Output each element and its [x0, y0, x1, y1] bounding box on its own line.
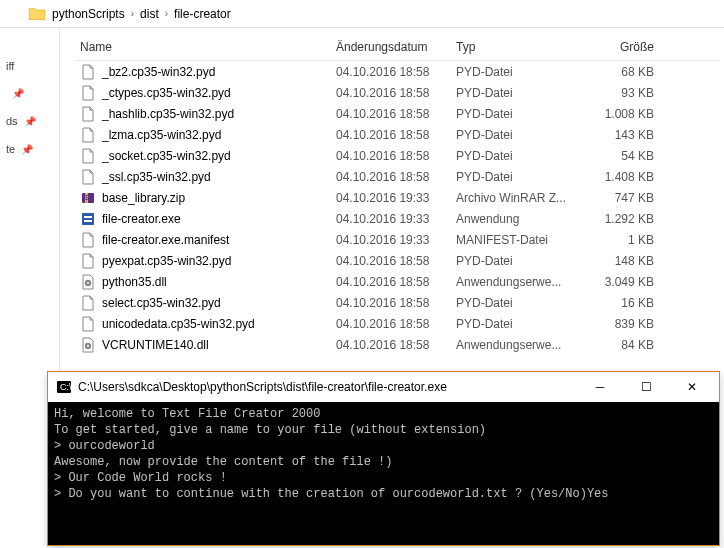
file-icon	[80, 106, 96, 122]
file-icon	[80, 253, 96, 269]
minimize-button[interactable]: ─	[577, 373, 623, 402]
file-name: _lzma.cp35-win32.pyd	[102, 128, 221, 142]
file-list: _bz2.cp35-win32.pyd04.10.2016 18:58PYD-D…	[76, 61, 720, 355]
file-name: _hashlib.cp35-win32.pyd	[102, 107, 234, 121]
file-icon	[80, 148, 96, 164]
breadcrumb-item[interactable]: dist	[140, 7, 159, 21]
file-icon	[80, 295, 96, 311]
file-icon	[80, 169, 96, 185]
column-header-type[interactable]: Typ	[456, 34, 576, 60]
file-name: pyexpat.cp35-win32.pyd	[102, 254, 231, 268]
close-button[interactable]: ✕	[669, 373, 715, 402]
exe-icon	[80, 211, 96, 227]
file-name: VCRUNTIME140.dll	[102, 338, 209, 352]
console-window: C:\ C:\Users\sdkca\Desktop\pythonScripts…	[47, 371, 720, 546]
file-name: python35.dll	[102, 275, 167, 289]
folder-icon	[28, 5, 46, 23]
file-name: file-creator.exe.manifest	[102, 233, 229, 247]
file-icon	[80, 85, 96, 101]
chevron-right-icon: ›	[131, 8, 134, 19]
console-output[interactable]: Hi, welcome to Text File Creator 2000 To…	[48, 402, 719, 545]
file-date: 04.10.2016 18:58	[336, 332, 456, 358]
sidebar-item-label: ds	[6, 115, 18, 127]
pin-icon: 📌	[24, 116, 36, 127]
breadcrumb-item[interactable]: pythonScripts	[52, 7, 125, 21]
file-name: base_library.zip	[102, 191, 185, 205]
console-titlebar[interactable]: C:\ C:\Users\sdkca\Desktop\pythonScripts…	[48, 372, 719, 402]
file-name: _ssl.cp35-win32.pyd	[102, 170, 211, 184]
chevron-right-icon: ›	[165, 8, 168, 19]
file-icon	[80, 232, 96, 248]
sidebar-item[interactable]: te 📌	[0, 135, 59, 163]
breadcrumb[interactable]: pythonScripts › dist › file-creator	[0, 0, 724, 28]
console-title: C:\Users\sdkca\Desktop\pythonScripts\dis…	[78, 380, 577, 394]
file-icon	[80, 64, 96, 80]
file-name: file-creator.exe	[102, 212, 181, 226]
svg-text:C:\: C:\	[60, 382, 72, 392]
file-name: select.cp35-win32.pyd	[102, 296, 221, 310]
file-type: Anwendungserwe...	[456, 332, 576, 358]
sidebar-item-label: iff	[6, 60, 14, 72]
console-icon: C:\	[56, 379, 72, 395]
dll-icon	[80, 337, 96, 353]
file-name: _bz2.cp35-win32.pyd	[102, 65, 215, 79]
sidebar-item[interactable]: ds 📌	[0, 107, 59, 135]
column-header-name[interactable]: Name	[76, 34, 336, 60]
maximize-button[interactable]: ☐	[623, 373, 669, 402]
breadcrumb-item[interactable]: file-creator	[174, 7, 231, 21]
file-row[interactable]: VCRUNTIME140.dll04.10.2016 18:58Anwendun…	[76, 334, 720, 355]
zip-icon	[80, 190, 96, 206]
column-header-size[interactable]: Größe	[576, 34, 662, 60]
pin-icon: 📌	[21, 144, 33, 155]
dll-icon	[80, 274, 96, 290]
file-icon	[80, 316, 96, 332]
pin-icon: 📌	[12, 88, 24, 99]
file-size: 84 KB	[576, 332, 662, 358]
sidebar-item[interactable]: 📌	[0, 80, 59, 107]
file-name: _socket.cp35-win32.pyd	[102, 149, 231, 163]
sidebar-item[interactable]: iff	[0, 52, 59, 80]
column-headers: Name Änderungsdatum Typ Größe	[76, 34, 720, 61]
sidebar-item-label: te	[6, 143, 15, 155]
file-name: _ctypes.cp35-win32.pyd	[102, 86, 231, 100]
file-icon	[80, 127, 96, 143]
file-name: unicodedata.cp35-win32.pyd	[102, 317, 255, 331]
column-header-date[interactable]: Änderungsdatum	[336, 34, 456, 60]
